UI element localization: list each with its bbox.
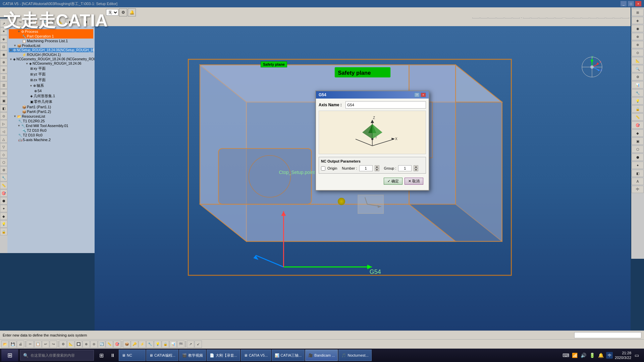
btm-btn-14[interactable]: 🔒 [162,341,169,348]
btm-btn-11[interactable]: ⚡ [139,341,146,348]
taskbar-item-nocturnes[interactable]: 🎵 Nocturnest... [338,350,371,361]
left-btn-20[interactable]: ⚙ [0,166,7,174]
right-btn-16[interactable]: ◆ [632,129,644,137]
right-btn-2[interactable]: ◈ [632,17,644,24]
tree-node-surf[interactable]: ◈ 几何形形集.1 [9,93,93,99]
right-btn-17[interactable]: ▣ [632,137,644,145]
search-bar[interactable]: 🔍 在这里输入你要搜索的内容 [20,350,94,361]
btm-btn-cut[interactable]: ✂ [26,341,34,348]
tree-node-fiveaxis[interactable]: 🤖 5-axis Machine.2 [9,137,93,142]
number-input[interactable] [359,165,373,171]
tree-node-ncgeom1[interactable]: ▼ ◈ NCGeometry_ROUGH_18.24.06 (NCGeometr… [9,57,93,61]
tree-node-endmill[interactable]: ▼ 🔧 End Mill Tool Assembly.01 [9,123,93,128]
dialog-close-button[interactable]: × [421,93,426,97]
right-btn-20[interactable]: ✦ [632,162,644,169]
left-btn-19[interactable]: ⬡ [0,159,7,166]
btm-btn-15[interactable]: 📊 [169,341,177,348]
group-input[interactable] [398,165,412,171]
btm-btn-4[interactable]: ⊕ [83,341,90,348]
left-btn-24[interactable]: ⬢ [0,197,7,204]
taskbar-item-catia-prog[interactable]: 🖥 CATIA编程... [146,350,178,361]
right-btn-6[interactable]: ⊙ [632,49,644,56]
tray-icon-battery[interactable]: 🔋 [589,352,595,359]
left-btn-6[interactable]: ⊕ [0,58,7,66]
right-btn-3[interactable]: ◉ [632,25,644,32]
system-clock[interactable]: 21:28 2020/3/22 [615,351,631,360]
taskbar-item-tutorial[interactable]: 🎬 教学视频 [179,350,206,361]
left-btn-13[interactable]: ⊙ [0,112,7,120]
left-btn-17[interactable]: ▽ [0,143,7,150]
toolbar-btn-1[interactable]: ⚙ [119,8,127,16]
tree-node-t1[interactable]: 🔧 T1 D12R0.25 [9,119,93,123]
maximize-button[interactable]: □ [628,1,634,6]
tray-icon-notification[interactable]: 🔔 [597,352,604,359]
left-btn-23[interactable]: 🎯 [0,189,7,197]
tree-panel[interactable]: ▼ 📁 P.P.R. ▼ 📂 ProcessList ▼ ⚙ Process 🔧… [7,18,95,253]
cancel-button[interactable]: ✕ 取消 [405,178,423,185]
right-btn-1[interactable]: ⊞ [632,9,644,16]
btm-btn-print[interactable]: 🖨 [17,341,24,348]
btm-btn-6[interactable]: 🔄 [98,341,105,348]
tray-icon-keyboard[interactable]: ⌨ [562,352,569,359]
right-btn-4[interactable]: ⊕ [632,33,644,40]
taskbar-item-bandicam[interactable]: 🎥 Bandicam ... [305,350,338,361]
btm-btn-1[interactable]: ⚙ [59,341,67,348]
tree-node-machproc[interactable]: 📋 Machining Process List.1 [9,39,93,43]
tree-node-rough[interactable]: ⚡ ROUGH (ROUGH.1) [9,52,93,57]
number-spinbox[interactable]: ▲ ▼ [375,165,379,171]
close-button[interactable]: × [635,1,641,6]
btm-btn-5[interactable]: ⊖ [90,341,98,348]
taskbar-item-catia-3axis[interactable]: 📊 CATIA三轴... [272,350,305,361]
btm-btn-18[interactable]: ↙ [195,341,202,348]
right-btn-14[interactable]: 📏 [632,113,644,121]
taskbar-item-nc[interactable]: 🖥 NC [119,350,146,361]
taskbar-item-catia-v5[interactable]: 🖥 CATIA V5... [241,350,271,361]
ok-button[interactable]: ✓ 确定 [384,178,402,185]
right-btn-12[interactable]: 💡 [632,97,644,105]
left-btn-11[interactable]: ▣ [0,97,7,104]
origin-checkbox[interactable] [321,166,325,171]
tree-node-part4[interactable]: 📦 Part4 (Part1.2) [9,109,93,114]
left-btn-22[interactable]: 📏 [0,182,7,189]
dialog-help-button[interactable]: ? [414,93,420,97]
right-btn-8[interactable]: 🔍 [632,65,644,72]
left-btn-18[interactable]: ◇ [0,151,7,158]
left-btn-12[interactable]: ◧ [0,105,7,112]
right-btn-23[interactable]: 中 [632,186,644,193]
btm-btn-copy[interactable]: 📋 [34,341,42,348]
tree-node-xy[interactable]: ⊞ xy 平面 [9,66,93,71]
btm-btn-3[interactable]: 🔲 [75,341,82,348]
tree-node-zx[interactable]: ⊞ zx 平面 [9,77,93,83]
minimize-button[interactable]: _ [621,1,627,6]
show-desktop-button[interactable]: ▭ [633,352,640,359]
btm-btn-10[interactable]: 🔑 [131,341,138,348]
number-spin-down[interactable]: ▼ [375,168,379,171]
tree-node-solid[interactable]: ▣ 零件几何体 [9,99,93,105]
tree-node-part1[interactable]: 📦 Part1 (Part1.1) [9,105,93,109]
left-btn-25[interactable]: ✦ [0,205,7,212]
right-btn-11[interactable]: 🔧 [632,89,644,97]
tree-node-yz[interactable]: ⊞ yz 平面 [9,71,93,77]
btm-btn-2[interactable]: 📐 [67,341,74,348]
right-btn-21[interactable]: ◧ [632,170,644,177]
left-btn-15[interactable]: ◁ [0,128,7,135]
start-button[interactable]: ⊞ [1,349,18,361]
number-spin-up[interactable]: ▲ [375,165,379,168]
left-btn-26[interactable]: ◆ [0,213,7,220]
tree-node-t2d10b[interactable]: 🔧 T2 D10 Rc0 [9,133,93,137]
group-spin-up[interactable]: ▲ [414,165,418,168]
virtual-desktop-button[interactable]: ⏸ [107,350,118,361]
right-btn-19[interactable]: ⬢ [632,154,644,161]
right-btn-7[interactable]: 📐 [632,57,644,64]
tree-node-productlist[interactable]: ▼ 📦 ProductList [9,43,93,48]
tray-icon-network[interactable]: 📶 [571,352,578,359]
left-btn-10[interactable]: ⊞ [0,89,7,97]
tree-node-g54[interactable]: ⊕ 54 [9,88,93,93]
tree-node-axis[interactable]: ▼ ⊕ 轴系 [9,83,93,88]
tree-node-ncsetup[interactable]: ▼ ⚙ NCSetup_ROUGH_18.24.06(NCSetup_ROUGH… [9,48,93,52]
tray-icon-volume[interactable]: 🔊 [580,352,587,359]
btm-btn-13[interactable]: 💡 [154,341,161,348]
tree-node-ncgeom2[interactable]: ▼ ◈ NCGeometry_ROUGH_18.24.06 [9,61,93,66]
left-btn-28[interactable]: 🔒 [0,228,7,235]
coord-input[interactable] [574,332,641,338]
